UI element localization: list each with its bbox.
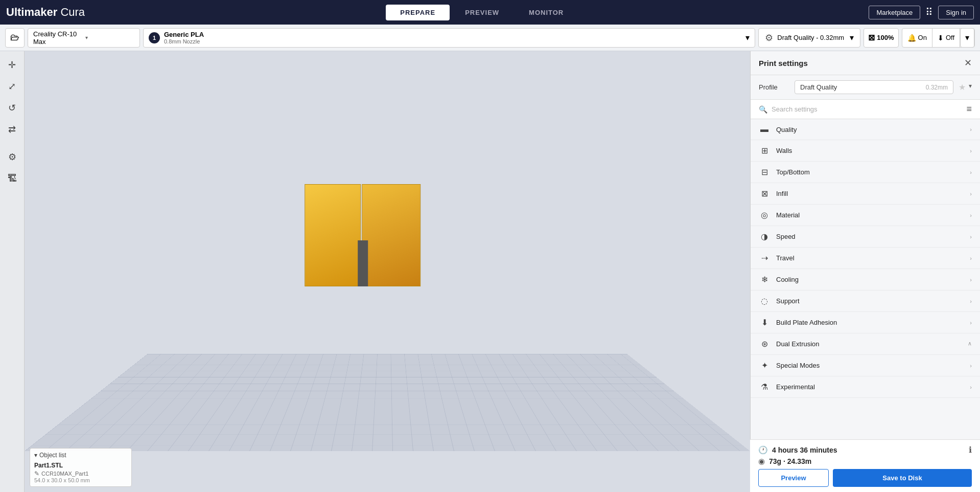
weight-icon: ◉ — [758, 457, 765, 466]
experimental-category-label: Experimental — [776, 383, 964, 391]
top-bottom-category-chevron: › — [970, 169, 972, 175]
preview-button[interactable]: Preview — [758, 469, 829, 487]
search-icon: 🔍 — [759, 105, 767, 114]
object-list-label: Object list — [39, 452, 66, 459]
speed-category-label: Speed — [776, 233, 964, 240]
category-travel[interactable]: ⇢ Travel › — [751, 248, 980, 269]
profile-value: 0.32mm — [926, 84, 948, 91]
category-infill[interactable]: ⊠ Infill › — [751, 183, 980, 205]
category-dual-extrusion[interactable]: ⊛ Dual Extrusion ∨ — [751, 333, 980, 355]
print-time: 4 hours 36 minutes — [772, 446, 837, 454]
category-top-bottom[interactable]: ⊟ Top/Bottom › — [751, 162, 980, 183]
category-build-plate[interactable]: ⬇ Build Plate Adhesion › — [751, 312, 980, 333]
infill-percentage[interactable]: ⊠ 100% — [864, 28, 898, 48]
support-blocker-tool[interactable]: 🏗 — [4, 170, 21, 187]
object-list-header[interactable]: ▾ Object list — [34, 452, 127, 459]
tab-prepare[interactable]: PREPARE — [386, 5, 450, 20]
infill-category-label: Infill — [776, 190, 964, 197]
travel-category-label: Travel — [776, 254, 964, 262]
quality-label: Draft Quality - 0.32mm — [777, 34, 844, 41]
support-toggle-label: On — [918, 34, 927, 41]
support-adhesion-toggles: 🔔 On ⬇ Off ▾ — [902, 28, 975, 48]
save-to-disk-button[interactable]: Save to Disk — [833, 469, 972, 487]
category-material[interactable]: ◎ Material › — [751, 205, 980, 226]
category-support[interactable]: ◌ Support › — [751, 290, 980, 312]
top-bottom-category-label: Top/Bottom — [776, 168, 964, 176]
build-plate-grid — [25, 354, 750, 451]
scale-tool[interactable]: ⤢ — [4, 78, 21, 95]
3d-model[interactable] — [305, 184, 421, 288]
support-toggle-icon: 🔔 — [907, 34, 916, 42]
quality-icon: ⚙ — [765, 32, 773, 43]
material-name: Generic PLA — [164, 31, 204, 38]
category-quality[interactable]: ▬ Quality › — [751, 119, 980, 140]
settings-categories-list: ▬ Quality › ⊞ Walls › ⊟ Top/Bottom › ⊠ I… — [751, 119, 980, 465]
nav-tabs: PREPARE PREVIEW MONITOR — [99, 5, 865, 20]
profile-chevron-icon[interactable]: ▾ — [969, 82, 972, 92]
profile-label: Profile — [759, 83, 789, 91]
quality-chevron-icon: ▾ — [850, 33, 854, 42]
grid-icon[interactable]: ⠿ — [925, 6, 933, 18]
app-logo: Ultimaker Cura — [6, 6, 85, 19]
build-plate-category-label: Build Plate Adhesion — [776, 319, 964, 326]
printer-selector[interactable]: Creality CR-10 Max ▾ — [28, 28, 140, 48]
material-usage-row: ◉ 73g · 24.33m — [758, 457, 972, 466]
build-plate-category-icon: ⬇ — [759, 318, 770, 327]
tab-preview[interactable]: PREVIEW — [451, 5, 514, 20]
print-info-bar: 🕐 4 hours 36 minutes ℹ ◉ 73g · 24.33m Pr… — [750, 439, 980, 492]
3d-viewport[interactable]: ▾ Object list Part1.STL ✎ CCR10MAX_Part1… — [25, 51, 750, 492]
quality-selector[interactable]: ⚙ Draft Quality - 0.32mm ▾ — [758, 28, 860, 48]
dual-extrusion-category-icon: ⊛ — [759, 339, 770, 349]
category-special-modes[interactable]: ✦ Special Modes › — [751, 355, 980, 376]
adhesion-toggle[interactable]: ⬇ Off — [932, 29, 960, 47]
support-category-icon: ◌ — [759, 296, 770, 306]
object-list-part: ✎ CCR10MAX_Part1 — [34, 470, 127, 477]
infill-icon: ⊠ — [868, 33, 875, 42]
print-time-row: 🕐 4 hours 36 minutes ℹ — [758, 445, 972, 455]
marketplace-button[interactable]: Marketplace — [869, 6, 920, 19]
model-part-right — [362, 184, 421, 286]
profile-row: Profile Draft Quality 0.32mm ★ ▾ — [751, 75, 980, 100]
speed-category-icon: ◑ — [759, 232, 770, 241]
dual-extrusion-category-chevron: ∨ — [968, 341, 972, 347]
cooling-category-chevron: › — [970, 277, 972, 283]
print-settings-header: Print settings ✕ — [751, 51, 980, 75]
material-badge: 1 — [149, 32, 160, 43]
settings-menu-icon[interactable]: ≡ — [966, 104, 972, 115]
infill-category-chevron: › — [970, 191, 972, 197]
adhesion-toggle-icon: ⬇ — [938, 34, 944, 42]
category-experimental[interactable]: ⚗ Experimental › — [751, 376, 980, 398]
profile-selector[interactable]: Draft Quality 0.32mm — [795, 80, 953, 94]
open-folder-button[interactable]: 🗁 — [5, 28, 25, 48]
category-speed[interactable]: ◑ Speed › — [751, 226, 980, 248]
category-cooling[interactable]: ❄ Cooling › — [751, 269, 980, 290]
build-plate-category-chevron: › — [970, 320, 972, 326]
info-icon[interactable]: ℹ — [969, 445, 972, 455]
cooling-category-label: Cooling — [776, 276, 964, 283]
material-selector[interactable]: 1 Generic PLA 0.8mm Nozzle ▾ — [143, 28, 755, 48]
mirror-tool[interactable]: ⇄ — [4, 121, 21, 138]
rotate-tool[interactable]: ↺ — [4, 99, 21, 117]
material-usage: 73g · 24.33m — [769, 457, 811, 465]
object-dimensions: 54.0 x 30.0 x 50.0 mm — [34, 477, 127, 483]
special-modes-category-icon: ✦ — [759, 361, 770, 370]
speed-category-chevron: › — [970, 234, 972, 240]
profile-actions: ★ ▾ — [959, 82, 972, 92]
edit-icon: ✎ — [34, 470, 39, 477]
move-tool[interactable]: ✛ — [4, 56, 21, 74]
print-settings-title: Print settings — [759, 59, 808, 68]
nav-right: Marketplace ⠿ Sign in — [869, 6, 974, 19]
per-model-settings-tool[interactable]: ⚙ — [4, 148, 21, 166]
category-walls[interactable]: ⊞ Walls › — [751, 140, 980, 162]
search-input[interactable] — [772, 105, 962, 113]
object-list-filename[interactable]: Part1.STL — [34, 461, 127, 470]
toggles-chevron[interactable]: ▾ — [960, 28, 974, 48]
tab-monitor[interactable]: MONITOR — [515, 5, 578, 20]
support-toggle[interactable]: 🔔 On — [902, 29, 932, 47]
profile-name: Draft Quality — [800, 83, 837, 91]
print-settings-close-button[interactable]: ✕ — [964, 57, 972, 69]
profile-star-icon[interactable]: ★ — [959, 82, 966, 92]
walls-category-label: Walls — [776, 147, 964, 154]
infill-category-icon: ⊠ — [759, 189, 770, 198]
signin-button[interactable]: Sign in — [938, 6, 974, 19]
